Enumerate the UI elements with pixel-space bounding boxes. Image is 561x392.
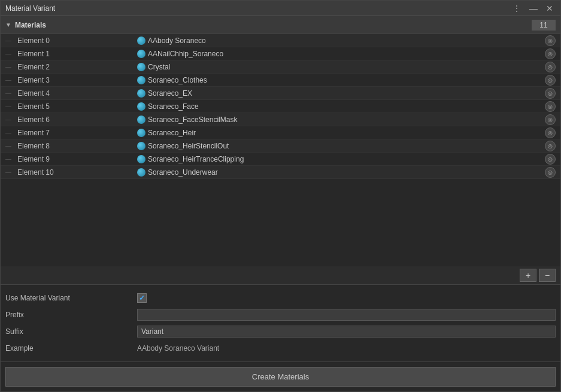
material-target-button[interactable]: ◎ — [545, 154, 556, 165]
material-value: Soraneco_Heir — [137, 129, 545, 137]
checkbox-box[interactable]: ✓ — [137, 293, 147, 303]
material-target-button[interactable]: ◎ — [545, 35, 556, 46]
material-row: — Element 4 Soraneco_EX ◎ — [1, 87, 560, 100]
material-value: Soraneco_EX — [137, 89, 545, 98]
material-value: AAbody Soraneco — [137, 37, 545, 45]
window-title: Material Variant — [5, 4, 55, 13]
element-label: Element 5 — [17, 102, 137, 111]
material-row: — Element 5 Soraneco_Face ◎ — [1, 100, 560, 113]
element-label: Element 7 — [17, 129, 137, 137]
material-name: AAbody Soraneco — [148, 37, 206, 45]
material-value: AANailChhip_Soraneco — [137, 50, 545, 58]
example-row: Example AAbody Soraneco Variant — [1, 340, 560, 357]
drag-handle-icon: — — [5, 156, 15, 162]
material-sphere-icon — [137, 50, 145, 58]
close-button[interactable]: ✕ — [544, 3, 556, 14]
material-target-button[interactable]: ◎ — [545, 62, 556, 72]
element-label: Element 6 — [17, 116, 137, 124]
material-value: Soraneco_HeirStencilOut — [137, 142, 545, 150]
materials-list: — Element 0 AAbody Soraneco ◎ — Element … — [1, 34, 560, 266]
use-material-variant-label: Use Material Variant — [5, 294, 137, 302]
list-controls: + − — [1, 266, 560, 285]
checkbox-check-icon: ✓ — [139, 294, 145, 302]
material-target-button[interactable]: ◎ — [545, 88, 556, 99]
material-variant-window: Material Variant ⋮ — ✕ ▼ Materials 11 — … — [0, 0, 561, 392]
material-name: Soraneco_EX — [148, 89, 192, 98]
element-label: Element 0 — [17, 37, 137, 45]
collapse-triangle-icon: ▼ — [5, 22, 11, 28]
prefix-label: Prefix — [5, 311, 137, 319]
material-target-button[interactable]: ◎ — [545, 48, 556, 59]
add-element-button[interactable]: + — [520, 269, 536, 282]
material-name: Soraneco_FaceStencilMask — [148, 116, 237, 124]
drag-handle-icon: — — [5, 90, 15, 96]
material-target-button[interactable]: ◎ — [545, 75, 556, 86]
material-sphere-icon — [137, 142, 145, 150]
example-label: Example — [5, 344, 137, 353]
drag-handle-icon: — — [5, 169, 15, 175]
minimize-button[interactable]: — — [527, 3, 540, 14]
material-row: — Element 3 Soraneco_Clothes ◎ — [1, 74, 560, 87]
element-label: Element 8 — [17, 142, 137, 150]
material-name: AANailChhip_Soraneco — [148, 50, 223, 58]
use-material-variant-row: Use Material Variant ✓ — [1, 290, 560, 306]
material-value: Crystal — [137, 63, 545, 71]
material-target-button[interactable]: ◎ — [545, 114, 556, 125]
material-sphere-icon — [137, 129, 145, 137]
materials-section-header[interactable]: ▼ Materials 11 — [1, 16, 560, 34]
material-target-button[interactable]: ◎ — [545, 101, 556, 112]
drag-handle-icon: — — [5, 116, 15, 123]
use-material-variant-checkbox[interactable]: ✓ — [137, 293, 147, 303]
material-sphere-icon — [137, 168, 145, 177]
material-row: — Element 0 AAbody Soraneco ◎ — [1, 34, 560, 47]
suffix-input[interactable] — [137, 326, 556, 338]
remove-element-button[interactable]: − — [539, 269, 556, 282]
title-bar-left: Material Variant — [5, 4, 55, 13]
material-sphere-icon — [137, 155, 145, 163]
material-row: — Element 10 Soraneco_Underwear ◎ — [1, 166, 560, 179]
element-label: Element 3 — [17, 76, 137, 84]
material-sphere-icon — [137, 89, 145, 98]
material-name: Soraneco_HeirStencilOut — [148, 142, 229, 150]
element-label: Element 4 — [17, 89, 137, 98]
title-bar-controls: ⋮ — ✕ — [510, 3, 556, 14]
material-sphere-icon — [137, 116, 145, 124]
material-name: Soraneco_Heir — [148, 129, 196, 137]
material-name: Soraneco_HeirTranceClipping — [148, 155, 244, 163]
material-target-button[interactable]: ◎ — [545, 141, 556, 151]
material-value: Soraneco_FaceStencilMask — [137, 116, 545, 124]
material-name: Soraneco_Clothes — [148, 76, 207, 84]
material-target-button[interactable]: ◎ — [545, 167, 556, 178]
material-sphere-icon — [137, 37, 145, 45]
prefix-row: Prefix — [1, 306, 560, 323]
material-sphere-icon — [137, 102, 145, 111]
material-row: — Element 6 Soraneco_FaceStencilMask ◎ — [1, 113, 560, 126]
material-row: — Element 2 Crystal ◎ — [1, 60, 560, 74]
drag-handle-icon: — — [5, 129, 15, 136]
material-sphere-icon — [137, 63, 145, 71]
material-value: Soraneco_Underwear — [137, 168, 545, 177]
element-label: Element 2 — [17, 63, 137, 71]
element-label: Element 10 — [17, 168, 137, 177]
material-name: Soraneco_Underwear — [148, 168, 218, 177]
suffix-label: Suffix — [5, 327, 137, 336]
drag-handle-icon: — — [5, 37, 15, 44]
materials-label: Materials — [15, 21, 532, 29]
material-value: Soraneco_Clothes — [137, 76, 545, 84]
prefix-input[interactable] — [137, 309, 556, 321]
drag-handle-icon: — — [5, 50, 15, 57]
drag-handle-icon: — — [5, 103, 15, 110]
material-name: Crystal — [148, 63, 170, 71]
example-value: AAbody Soraneco Variant — [137, 344, 219, 353]
drag-handle-icon: — — [5, 63, 15, 70]
create-materials-button[interactable]: Create Materials — [5, 367, 556, 387]
element-label: Element 1 — [17, 50, 137, 58]
material-row: — Element 7 Soraneco_Heir ◎ — [1, 126, 560, 139]
material-value: Soraneco_Face — [137, 102, 545, 111]
material-name: Soraneco_Face — [148, 102, 199, 111]
material-target-button[interactable]: ◎ — [545, 127, 556, 138]
menu-button[interactable]: ⋮ — [510, 3, 523, 14]
material-sphere-icon — [137, 76, 145, 84]
drag-handle-icon: — — [5, 77, 15, 83]
suffix-row: Suffix — [1, 323, 560, 340]
